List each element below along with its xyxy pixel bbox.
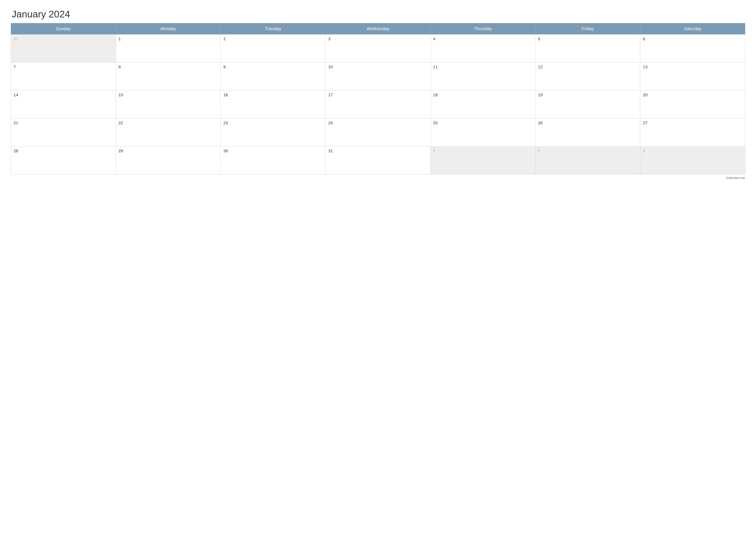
- day-number: 22: [119, 121, 123, 125]
- calendar-day-cell[interactable]: 16: [221, 90, 326, 118]
- calendar-week-row: 78910111213: [11, 63, 745, 90]
- calendar-day-cell[interactable]: 20: [640, 90, 745, 118]
- calendar-day-cell[interactable]: 8: [116, 63, 221, 90]
- calendar-week-row: 31123456: [11, 35, 745, 63]
- calendar-day-cell[interactable]: 30: [221, 146, 326, 174]
- calendar-day-cell[interactable]: 24: [326, 118, 431, 146]
- calendar-day-cell[interactable]: 18: [430, 90, 535, 118]
- day-number: 26: [538, 121, 543, 125]
- calendar-day-cell[interactable]: 19: [535, 90, 640, 118]
- calendar-header-saturday: Saturday: [640, 23, 745, 35]
- calendar-day-cell[interactable]: 27: [640, 118, 745, 146]
- calendar-day-cell[interactable]: 2: [221, 35, 326, 63]
- day-number: 6: [643, 37, 645, 41]
- calendar-header-wednesday: Wednesday: [326, 23, 431, 35]
- day-number: 7: [14, 64, 16, 69]
- calendar-header-monday: Monday: [116, 23, 221, 35]
- day-number: 1: [119, 37, 121, 41]
- calendar-header-tuesday: Tuesday: [221, 23, 326, 35]
- day-number: 10: [328, 64, 333, 69]
- day-number: 15: [119, 93, 123, 97]
- day-number: 11: [433, 64, 438, 69]
- day-number: 5: [538, 37, 540, 41]
- day-number: 3: [328, 37, 331, 41]
- day-number: 25: [433, 121, 438, 125]
- day-number: 18: [433, 93, 438, 97]
- calendar-day-cell[interactable]: 13: [640, 63, 745, 90]
- calendar-day-cell[interactable]: 31: [326, 146, 431, 174]
- calendar-day-cell[interactable]: 26: [535, 118, 640, 146]
- calendar-day-cell[interactable]: 15: [116, 90, 221, 118]
- calendar-day-cell[interactable]: 17: [326, 90, 431, 118]
- calendar-day-cell[interactable]: 6: [640, 35, 745, 63]
- day-number: 23: [223, 121, 228, 125]
- calendar-day-cell[interactable]: 22: [116, 118, 221, 146]
- day-number: 20: [643, 93, 647, 97]
- day-number: 29: [119, 149, 123, 153]
- calendar-day-cell[interactable]: 12: [535, 63, 640, 90]
- day-number: 2: [223, 37, 226, 41]
- day-number: 19: [538, 93, 543, 97]
- calendar-day-cell[interactable]: 4: [430, 35, 535, 63]
- calendar-table: SundayMondayTuesdayWednesdayThursdayFrid…: [11, 23, 745, 174]
- day-number: 31: [328, 149, 333, 153]
- calendar-body: 3112345678910111213141516171819202122232…: [11, 35, 745, 174]
- day-number: 1: [433, 149, 436, 153]
- calendar-day-cell[interactable]: 1: [430, 146, 535, 174]
- calendar-day-cell[interactable]: 10: [326, 63, 431, 90]
- day-number: 28: [14, 149, 18, 153]
- calendar-header-friday: Friday: [535, 23, 640, 35]
- calendar-footer: iCalendars.net: [11, 176, 745, 179]
- day-number: 14: [14, 93, 18, 97]
- day-number: 31: [14, 37, 18, 41]
- day-number: 17: [328, 93, 333, 97]
- day-number: 3: [643, 149, 645, 153]
- calendar-day-cell[interactable]: 11: [430, 63, 535, 90]
- calendar-day-cell[interactable]: 5: [535, 35, 640, 63]
- day-number: 27: [643, 121, 647, 125]
- calendar-day-cell[interactable]: 31: [11, 35, 116, 63]
- calendar-header-row: SundayMondayTuesdayWednesdayThursdayFrid…: [11, 23, 745, 35]
- calendar-title: January 2024: [11, 9, 745, 20]
- day-number: 21: [14, 121, 18, 125]
- calendar-day-cell[interactable]: 14: [11, 90, 116, 118]
- calendar-day-cell[interactable]: 2: [535, 146, 640, 174]
- day-number: 12: [538, 64, 543, 69]
- calendar-day-cell[interactable]: 25: [430, 118, 535, 146]
- calendar-header-sunday: Sunday: [11, 23, 116, 35]
- day-number: 16: [223, 93, 228, 97]
- day-number: 4: [433, 37, 436, 41]
- calendar-day-cell[interactable]: 23: [221, 118, 326, 146]
- calendar-week-row: 14151617181920: [11, 90, 745, 118]
- calendar-week-row: 28293031123: [11, 146, 745, 174]
- calendar-header-thursday: Thursday: [430, 23, 535, 35]
- day-number: 2: [538, 149, 540, 153]
- day-number: 8: [119, 64, 121, 69]
- day-number: 9: [223, 64, 226, 69]
- calendar-day-cell[interactable]: 3: [640, 146, 745, 174]
- calendar-day-cell[interactable]: 21: [11, 118, 116, 146]
- calendar-day-cell[interactable]: 29: [116, 146, 221, 174]
- calendar-week-row: 21222324252627: [11, 118, 745, 146]
- day-number: 30: [223, 149, 228, 153]
- day-number: 24: [328, 121, 333, 125]
- calendar-day-cell[interactable]: 1: [116, 35, 221, 63]
- calendar-day-cell[interactable]: 3: [326, 35, 431, 63]
- day-number: 13: [643, 64, 647, 69]
- calendar-day-cell[interactable]: 9: [221, 63, 326, 90]
- calendar-day-cell[interactable]: 7: [11, 63, 116, 90]
- calendar-day-cell[interactable]: 28: [11, 146, 116, 174]
